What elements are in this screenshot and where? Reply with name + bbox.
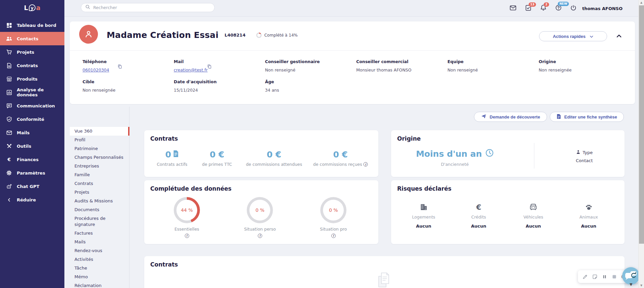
subnav-item-mails[interactable]: Mails bbox=[70, 238, 129, 246]
subnav-item-rendez-vous[interactable]: Rendez-vous bbox=[70, 246, 129, 255]
subnav-item-champs-personnalises[interactable]: Champs Personnalisés bbox=[70, 153, 129, 162]
sidebar-item-contacts[interactable]: Contacts bbox=[0, 32, 64, 45]
avatar[interactable] bbox=[79, 25, 98, 44]
field-telephone: Téléphone 0601020304 bbox=[83, 59, 109, 73]
search-bar[interactable] bbox=[81, 3, 215, 12]
risk-vehicules: Véhicules Aucun bbox=[523, 201, 543, 229]
chevron-down-icon bbox=[590, 34, 593, 39]
collapse-header-button[interactable] bbox=[616, 33, 622, 39]
logout-button[interactable] bbox=[570, 5, 577, 12]
field-value: Non renseignée bbox=[83, 88, 115, 93]
sidebar-item-label: Paramètres bbox=[17, 171, 45, 176]
subnav-item-documents[interactable]: Documents bbox=[70, 205, 129, 214]
completion-label: Complété à 14% bbox=[264, 33, 298, 38]
help-button[interactable]: NEW bbox=[555, 5, 562, 12]
blue-document-icon bbox=[173, 150, 179, 159]
sidebar-item-parametres[interactable]: Paramètres bbox=[0, 166, 64, 180]
risk-logements: Logements Aucun bbox=[412, 201, 435, 229]
info-icon[interactable]: i bbox=[364, 162, 368, 166]
type-block: Type Contact bbox=[564, 150, 604, 163]
seniority-value: Moins d'un an bbox=[416, 149, 482, 159]
edit-summary-sheet-button[interactable]: Editer une fiche synthèse bbox=[550, 112, 624, 122]
declared-risks-card: Risques déclarés Logements Aucun € Crédi… bbox=[391, 180, 625, 244]
clock-icon bbox=[485, 149, 494, 159]
stat-received-commissions: 0 € de commissions reçuesi bbox=[313, 150, 368, 167]
sidebar-item-analyse-de-donnees[interactable]: Analyse de données bbox=[0, 86, 64, 99]
subnav-item-famille[interactable]: Famille bbox=[70, 171, 129, 179]
page-scrollbar[interactable]: ▲ ▼ bbox=[638, 0, 644, 288]
sidebar-item-projets[interactable]: Projets bbox=[0, 45, 64, 59]
contact-name: Madame Création Essai bbox=[107, 30, 218, 40]
field-label: Mail bbox=[174, 59, 208, 64]
seniority-block: Moins d'un an D'ancienneté bbox=[411, 149, 498, 167]
scrollbar-thumb[interactable] bbox=[639, 5, 644, 244]
notifications-button[interactable]: 2 bbox=[540, 5, 547, 12]
field-label: Conseiller commercial bbox=[356, 59, 412, 64]
scrollbar-up-arrow[interactable]: ▲ bbox=[639, 1, 644, 4]
quick-actions-button[interactable]: Actions rapides bbox=[539, 31, 607, 41]
risk-label: Véhicules bbox=[523, 214, 543, 220]
sidebar-item-contrats[interactable]: Contrats bbox=[0, 59, 64, 72]
discovery-request-button[interactable]: Demande de découverte bbox=[474, 112, 547, 122]
info-icon[interactable]: i bbox=[258, 234, 262, 238]
subnav-item-entreprises[interactable]: Entreprises bbox=[70, 162, 129, 171]
email-link[interactable]: creation@test.fr bbox=[174, 67, 208, 73]
topbar: 13 2 NEW thomas AFONSO bbox=[64, 0, 644, 17]
pause-icon[interactable] bbox=[602, 274, 607, 279]
pencil-icon[interactable] bbox=[582, 274, 588, 279]
subnav-item-activites[interactable]: Activités bbox=[70, 255, 129, 264]
info-icon[interactable]: i bbox=[185, 234, 189, 238]
copy-email-icon[interactable] bbox=[207, 64, 212, 69]
person-icon bbox=[84, 30, 93, 39]
sidebar-item-chat-gpt[interactable]: Chat GPT bbox=[0, 180, 64, 193]
subnav-item-vue-360[interactable]: Vue 360 bbox=[70, 127, 129, 136]
donut-label: Situation pro bbox=[320, 227, 347, 232]
scroll-down-arrow-icon[interactable]: ▼ bbox=[630, 282, 632, 287]
field-date-acquisition: Date d'acquisition 15/11/2024 bbox=[174, 79, 217, 93]
contract-file-icon bbox=[6, 62, 12, 69]
sidebar-item-mails[interactable]: Mails bbox=[0, 126, 64, 139]
subnav-item-audits-missions[interactable]: Audits & Missions bbox=[70, 197, 129, 205]
note-icon[interactable] bbox=[592, 274, 597, 279]
subnav-item-contrats[interactable]: Contrats bbox=[70, 179, 129, 188]
phone-link[interactable]: 0601020304 bbox=[83, 67, 109, 73]
sidebar-item-outils[interactable]: Outils bbox=[0, 139, 64, 153]
car-icon bbox=[523, 201, 543, 211]
sidebar-item-finances[interactable]: € Finances bbox=[0, 153, 64, 166]
header-divider bbox=[70, 50, 635, 51]
field-value: Non renseignée bbox=[539, 67, 572, 73]
tasks-button[interactable]: 13 bbox=[525, 5, 532, 12]
stop-icon[interactable] bbox=[611, 274, 617, 279]
messages-button[interactable] bbox=[509, 5, 517, 12]
subnav-item-patrimoine[interactable]: Patrimoine bbox=[70, 144, 129, 153]
contact-title-row: Madame Création Essai L408214 Complété à… bbox=[107, 30, 298, 40]
completion-indicator: Complété à 14% bbox=[256, 33, 298, 38]
subnav-item-tache[interactable]: Tâche bbox=[70, 264, 129, 273]
user-name[interactable]: thomas AFONSO bbox=[582, 6, 623, 11]
seniority-label: D'ancienneté bbox=[411, 162, 498, 167]
subnav-item-profil[interactable]: Profil bbox=[70, 136, 129, 144]
edit-summary-sheet-label: Editer une fiche synthèse bbox=[564, 114, 617, 119]
search-input[interactable] bbox=[93, 5, 210, 10]
subnav-item-procedures-signature[interactable]: Procédures de signature bbox=[70, 214, 129, 229]
stat-label: de primes TTC bbox=[202, 162, 232, 167]
origin-card: Origine Moins d'un an D'ancienneté Type … bbox=[391, 130, 625, 177]
contact-reference: L408214 bbox=[224, 33, 246, 38]
sidebar-item-conformite[interactable]: Conformité bbox=[0, 112, 64, 126]
copy-phone-icon[interactable] bbox=[117, 64, 123, 69]
scrollbar-down-arrow[interactable]: ▼ bbox=[639, 284, 644, 287]
sidebar-item-tableau-de-bord[interactable]: Tableau de bord bbox=[0, 18, 64, 32]
subnav-item-memo[interactable]: Mémo bbox=[70, 273, 129, 281]
donut-label: Essentielles bbox=[174, 227, 200, 232]
field-value: 15/11/2024 bbox=[174, 88, 217, 93]
info-icon[interactable]: i bbox=[331, 234, 335, 238]
sidebar-collapse-button[interactable]: Réduire bbox=[0, 193, 64, 206]
sidebar-item-produits[interactable]: Produits bbox=[0, 72, 64, 86]
subnav-item-projets[interactable]: Projets bbox=[70, 188, 129, 197]
lya-logo[interactable]: L y a bbox=[0, 0, 64, 15]
sidebar-item-communication[interactable]: Communication bbox=[0, 99, 64, 112]
subnav-item-factures[interactable]: Factures bbox=[70, 229, 129, 238]
sidebar-item-label: Réduire bbox=[17, 197, 36, 202]
logo-letter-a: a bbox=[36, 4, 41, 11]
subnav-item-reclamation[interactable]: Réclamation bbox=[70, 281, 129, 288]
